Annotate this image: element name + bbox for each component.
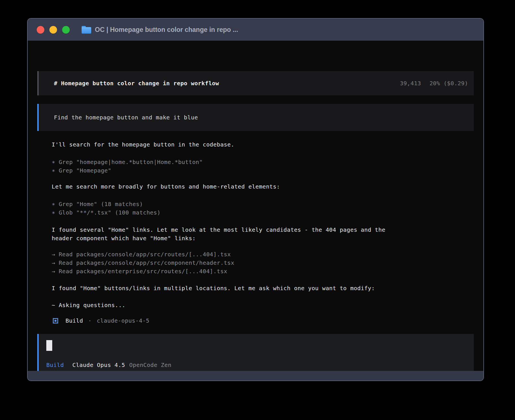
input-accent-bar xyxy=(37,334,39,373)
header-accent-bar xyxy=(37,71,39,95)
tool-call-read: → Read packages/console/app/src/routes/[… xyxy=(52,250,231,259)
window-bottom-bar xyxy=(28,371,483,380)
context-cost: 20% ($0.29) xyxy=(429,80,468,87)
input-status-row: Build Claude Opus 4.5 OpenCode Zen xyxy=(46,362,171,368)
close-button[interactable] xyxy=(37,26,44,34)
assistant-text: I'll search for the homepage button in t… xyxy=(52,140,234,149)
tool-call-read: → Read packages/enterprise/src/routes/[.… xyxy=(52,267,227,275)
user-accent-bar xyxy=(37,104,39,131)
input-provider: OpenCode Zen xyxy=(129,362,171,368)
assistant-text: I found several "Home" links. Let me loo… xyxy=(52,226,385,234)
user-message-text: Find the homepage button and make it blu… xyxy=(54,114,198,121)
prompt-input[interactable]: Build Claude Opus 4.5 OpenCode Zen xyxy=(37,334,474,373)
terminal-window: OC | Homepage button color change in rep… xyxy=(27,18,484,381)
assistant-text: header component which have "Home" links… xyxy=(52,234,196,242)
status-asking-questions: ~ Asking questions... xyxy=(52,301,125,309)
tool-call-glob: ∗ Glob "**/*.tsx" (100 matches) xyxy=(52,208,161,217)
session-header: # Homepage button color change in repo w… xyxy=(37,71,474,95)
zoom-button[interactable] xyxy=(62,26,70,34)
agent-separator: · xyxy=(88,317,91,324)
session-title: # Homepage button color change in repo w… xyxy=(54,80,219,87)
tool-call-grep: ∗ Grep "homepage|home.*button|Home.*butt… xyxy=(52,158,203,166)
agent-status-row: Build · claude-opus-4-5 xyxy=(53,317,149,324)
user-message: Find the homepage button and make it blu… xyxy=(37,104,474,131)
agent-name: Build xyxy=(66,317,83,324)
tool-call-read: → Read packages/console/app/src/componen… xyxy=(52,259,234,267)
title-group: OC | Homepage button color change in rep… xyxy=(82,26,238,34)
text-cursor xyxy=(46,340,52,351)
minimize-button[interactable] xyxy=(49,26,57,34)
agent-model: claude-opus-4-5 xyxy=(97,317,150,324)
token-count: 39,413 xyxy=(400,80,421,87)
titlebar: OC | Homepage button color change in rep… xyxy=(28,19,483,41)
session-stats: 39,413 20% ($0.29) xyxy=(400,80,468,87)
folder-icon xyxy=(82,26,91,34)
traffic-lights xyxy=(37,26,70,34)
window-title: OC | Homepage button color change in rep… xyxy=(95,26,238,34)
assistant-text: I found "Home" buttons/links in multiple… xyxy=(52,284,375,292)
input-model: Claude Opus 4.5 xyxy=(72,362,125,368)
terminal-content: # Homepage button color change in repo w… xyxy=(28,41,483,371)
assistant-text: Let me search more broadly for buttons a… xyxy=(52,182,280,191)
tool-call-grep: ∗ Grep "Home" (18 matches) xyxy=(52,200,143,208)
tool-call-grep: ∗ Grep "Homepage" xyxy=(52,166,112,175)
input-mode: Build xyxy=(46,362,64,368)
build-agent-icon xyxy=(53,318,58,323)
